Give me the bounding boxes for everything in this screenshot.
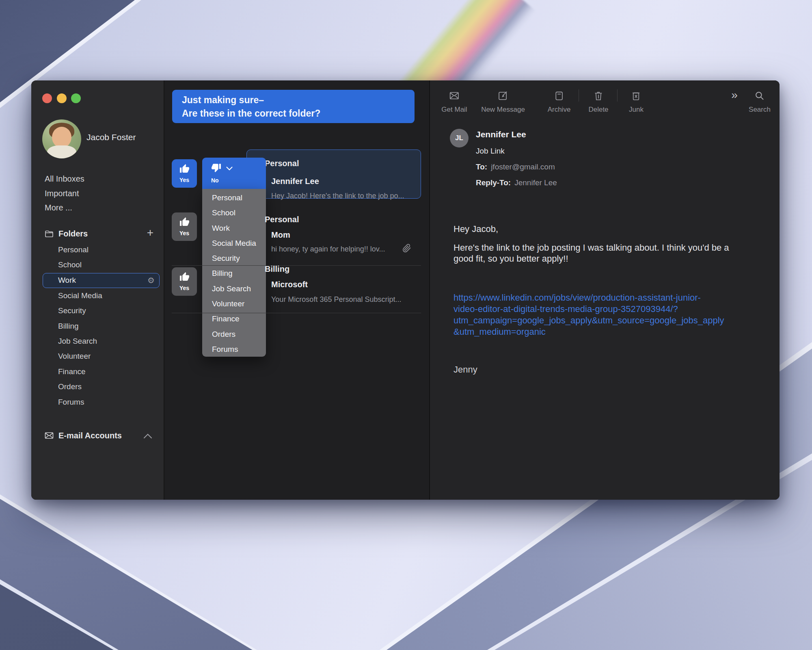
yes-button-label: Yes	[179, 285, 189, 291]
message-sender-name: Jennifer Lee	[476, 130, 526, 139]
new-message-button[interactable]: New Message	[481, 90, 525, 114]
archive-button[interactable]: Archive	[548, 90, 571, 114]
delete-button[interactable]: Delete	[588, 90, 608, 114]
banner-line1: Just making sure–	[182, 93, 415, 107]
gear-icon[interactable]: ⚙	[145, 275, 157, 286]
dropdown-item-social-media[interactable]: Social Media	[202, 236, 266, 251]
chevron-down-icon	[226, 165, 233, 172]
email-sender: Microsoft	[271, 279, 308, 290]
list-divider	[172, 265, 421, 266]
banner-line2: Are these in the correct folder?	[182, 107, 415, 120]
avatar-face	[52, 127, 71, 148]
message-greeting: Hey Jacob,	[454, 223, 498, 234]
sidebar-item-all-inboxes[interactable]: All Inboxes	[45, 173, 84, 184]
email-accounts-section[interactable]: E-mail Accounts	[44, 430, 122, 441]
message-body-line1: Here's the link to the job posting I was…	[454, 242, 729, 253]
message-body: Here's the link to the job posting I was…	[454, 242, 729, 264]
get-mail-button[interactable]: Get Mail	[441, 90, 467, 114]
reply-to-row: Reply-To:Jennifer Lee	[476, 178, 557, 187]
sidebar-item-important[interactable]: Important	[45, 188, 79, 199]
sidebar-item-security[interactable]: Security	[58, 306, 86, 316]
dropdown-item-billing[interactable]: Billing	[202, 266, 266, 281]
folders-header-label: Folders	[58, 229, 88, 238]
to-value: jfoster@gmail.com	[491, 162, 555, 171]
sidebar-item-job-search[interactable]: Job Search	[58, 336, 97, 347]
no-button-label: No	[211, 177, 219, 184]
job-posting-link[interactable]: https://www.linkedin.com/jobs/view/produ…	[454, 292, 724, 338]
show-more-toolbar-icon[interactable]: »	[731, 89, 737, 102]
search-label: Search	[749, 106, 771, 114]
thumbs-up-icon	[179, 164, 190, 176]
desktop: Jacob Foster All Inboxes Important More …	[0, 0, 812, 650]
email-folder-label: Personal	[265, 158, 299, 169]
survey-banner: Just making sure– Are these in the corre…	[172, 90, 415, 123]
reply-to-label: Reply-To:	[476, 178, 511, 187]
to-row: To:jfoster@gmail.com	[476, 162, 555, 171]
sidebar-item-finance[interactable]: Finance	[58, 366, 86, 377]
sidebar-item-personal[interactable]: Personal	[58, 245, 89, 255]
link-line4[interactable]: &utm_medium=organic	[454, 326, 724, 338]
user-avatar	[42, 119, 81, 158]
sidebar-item-social-media[interactable]: Social Media	[58, 290, 102, 301]
email-accounts-label: E-mail Accounts	[58, 431, 122, 440]
email-preview: hi honey, ty again for helping!! lov...	[271, 244, 385, 254]
sidebar-item-volunteer[interactable]: Volunteer	[58, 351, 91, 362]
dropdown-item-security[interactable]: Security	[202, 251, 266, 266]
no-dropdown-button[interactable]: No	[202, 158, 266, 189]
paperclip-icon	[402, 244, 411, 254]
thumbs-down-icon	[211, 162, 221, 174]
add-folder-button[interactable]: +	[144, 227, 157, 240]
sidebar-item-more[interactable]: More ...	[45, 202, 72, 213]
dropdown-item-orders[interactable]: Orders	[202, 327, 266, 342]
sidebar-item-billing[interactable]: Billing	[58, 321, 79, 332]
sidebar-item-school[interactable]: School	[58, 260, 82, 270]
dropdown-item-finance[interactable]: Finance	[202, 311, 266, 326]
search-button[interactable]: Search	[749, 90, 771, 114]
message-pane: Get Mail New Message Archive	[430, 80, 780, 500]
to-label: To:	[476, 162, 487, 171]
new-message-icon	[498, 90, 509, 103]
get-mail-icon	[449, 90, 460, 103]
dropdown-item-volunteer[interactable]: Volunteer	[202, 296, 266, 311]
sidebar-item-orders[interactable]: Orders	[58, 381, 82, 392]
dropdown-item-job-search[interactable]: Job Search	[202, 281, 266, 296]
delete-icon	[593, 90, 604, 103]
minimize-button[interactable]	[57, 93, 67, 103]
close-button[interactable]	[42, 93, 52, 103]
sidebar-item-forums[interactable]: Forums	[58, 397, 84, 407]
sidebar: Jacob Foster All Inboxes Important More …	[31, 80, 164, 500]
link-line3[interactable]: utm_campaign=google_jobs_apply&utm_sourc…	[454, 315, 724, 326]
chevron-up-icon[interactable]	[143, 433, 152, 440]
user-name: Jacob Foster	[86, 132, 136, 142]
message-body-line2: good fit, so you better apply!!	[454, 253, 729, 264]
link-line2[interactable]: video-editor-at-digital-trends-media-gro…	[454, 303, 724, 315]
search-icon	[754, 90, 765, 103]
dropdown-item-forums[interactable]: Forums	[202, 342, 266, 357]
delete-label: Delete	[588, 106, 608, 114]
yes-button[interactable]: Yes	[172, 267, 197, 296]
junk-label: Junk	[629, 106, 644, 114]
yes-button-label: Yes	[179, 230, 189, 236]
new-message-label: New Message	[481, 106, 525, 114]
zoom-button[interactable]	[71, 93, 81, 103]
yes-button[interactable]: Yes	[172, 212, 197, 241]
folder-icon	[44, 229, 54, 238]
email-sender: Mom	[271, 230, 290, 240]
get-mail-label: Get Mail	[441, 106, 467, 114]
dropdown-item-work[interactable]: Work	[202, 221, 266, 236]
dropdown-item-personal[interactable]: Personal	[202, 190, 266, 205]
toolbar-separator	[617, 89, 618, 102]
thumbs-up-icon	[179, 217, 190, 229]
toolbar-separator	[579, 89, 579, 102]
email-folder-label: Billing	[265, 264, 289, 274]
list-divider	[172, 313, 421, 313]
dropdown-item-school[interactable]: School	[202, 205, 266, 220]
sidebar-item-work[interactable]: Work	[58, 275, 76, 286]
yes-button[interactable]: Yes	[172, 159, 197, 188]
email-list-pane: Just making sure– Are these in the corre…	[164, 80, 430, 500]
email-sender: Jennifer Lee	[271, 176, 319, 186]
junk-button[interactable]: Junk	[629, 90, 644, 114]
link-line1[interactable]: https://www.linkedin.com/jobs/view/produ…	[454, 292, 724, 303]
yes-button-label: Yes	[179, 177, 189, 183]
email-folder-label: Personal	[265, 214, 299, 225]
